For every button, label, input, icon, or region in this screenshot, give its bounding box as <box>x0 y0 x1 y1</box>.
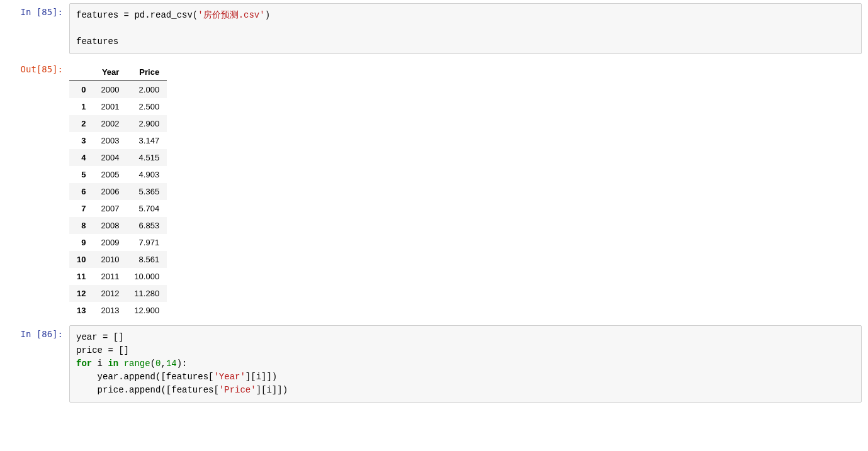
cell-year: 2002 <box>93 115 127 132</box>
cell-price: 12.900 <box>127 302 167 319</box>
table-header-year: Year <box>93 64 127 81</box>
code-fragment: ) <box>265 10 270 20</box>
code-area[interactable]: features = pd.read_csv('房价预测.csv') featu… <box>69 3 862 54</box>
table-header-index <box>69 64 93 81</box>
table-row: 020002.000 <box>69 81 167 99</box>
cell-year: 2012 <box>93 285 127 302</box>
cell-price: 3.147 <box>127 132 167 149</box>
cell-price: 2.900 <box>127 115 167 132</box>
code-fragment: , <box>161 359 166 369</box>
dataframe-table: Year Price 020002.000120012.500220022.90… <box>69 64 167 319</box>
cell-price: 4.903 <box>127 166 167 183</box>
cell-price: 10.000 <box>127 268 167 285</box>
cell-year: 2008 <box>93 217 127 234</box>
table-row: 220022.900 <box>69 115 167 132</box>
code-string: '房价预测.csv' <box>198 10 264 20</box>
code-fragment: ): <box>177 359 188 369</box>
row-index: 3 <box>69 132 93 149</box>
table-row: 12201211.280 <box>69 285 167 302</box>
cell-price: 5.365 <box>127 183 167 200</box>
table-row: 720075.704 <box>69 200 167 217</box>
output-cell-85: Out[85]: Year Price 020002.000120012.500… <box>0 57 868 322</box>
cell-year: 2004 <box>93 149 127 166</box>
table-row: 13201312.900 <box>69 302 167 319</box>
cell-price: 2.500 <box>127 98 167 115</box>
cell-price: 11.280 <box>127 285 167 302</box>
table-row: 920097.971 <box>69 234 167 251</box>
code-fragment: i <box>92 359 108 369</box>
row-index: 4 <box>69 149 93 166</box>
input-prompt: In [85]: <box>6 3 69 17</box>
code-fragment: ][i]]) <box>245 372 277 382</box>
input-cell-86: In [86]: year = [] price = [] for i in r… <box>0 322 868 406</box>
table-header-row: Year Price <box>69 64 167 81</box>
cell-year: 2009 <box>93 234 127 251</box>
row-index: 7 <box>69 200 93 217</box>
row-index: 10 <box>69 251 93 268</box>
cell-price: 2.000 <box>127 81 167 99</box>
cell-price: 5.704 <box>127 200 167 217</box>
row-index: 5 <box>69 166 93 183</box>
table-row: 420044.515 <box>69 149 167 166</box>
row-index: 0 <box>69 81 93 99</box>
row-index: 11 <box>69 268 93 285</box>
cell-price: 8.561 <box>127 251 167 268</box>
code-keyword: in <box>108 359 118 369</box>
code-fragment: features <box>76 36 118 47</box>
table-row: 11201110.000 <box>69 268 167 285</box>
code-fragment: ( <box>150 359 155 369</box>
cell-year: 2000 <box>93 81 127 99</box>
table-row: 620065.365 <box>69 183 167 200</box>
row-index: 6 <box>69 183 93 200</box>
row-index: 2 <box>69 115 93 132</box>
table-row: 1020108.561 <box>69 251 167 268</box>
code-fragment: year.append([features[ <box>76 372 213 382</box>
code-fragment: features = pd.read_csv( <box>76 10 198 20</box>
code-number: 14 <box>166 359 177 369</box>
code-fragment: year = [] <box>76 332 124 342</box>
code-fragment <box>118 359 123 369</box>
cell-year: 2005 <box>93 166 127 183</box>
cell-year: 2013 <box>93 302 127 319</box>
code-string: 'Price' <box>219 385 256 395</box>
code-box[interactable]: year = [] price = [] for i in range(0,14… <box>69 325 862 403</box>
row-index: 8 <box>69 217 93 234</box>
row-index: 9 <box>69 234 93 251</box>
row-index: 12 <box>69 285 93 302</box>
cell-year: 2003 <box>93 132 127 149</box>
cell-price: 6.853 <box>127 217 167 234</box>
cell-year: 2007 <box>93 200 127 217</box>
input-cell-85: In [85]: features = pd.read_csv('房价预测.cs… <box>0 0 868 57</box>
row-index: 1 <box>69 98 93 115</box>
cell-price: 4.515 <box>127 149 167 166</box>
cell-price: 7.971 <box>127 234 167 251</box>
table-row: 120012.500 <box>69 98 167 115</box>
code-string: 'Year' <box>213 372 245 382</box>
code-fragment: price = [] <box>76 345 129 355</box>
code-fragment: price.append([features[ <box>76 385 219 395</box>
code-fragment: ][i]]) <box>256 385 288 395</box>
cell-year: 2001 <box>93 98 127 115</box>
table-row: 520054.903 <box>69 166 167 183</box>
table-header-price: Price <box>127 64 167 81</box>
cell-year: 2006 <box>93 183 127 200</box>
code-keyword: for <box>76 359 92 369</box>
cell-year: 2010 <box>93 251 127 268</box>
code-box[interactable]: features = pd.read_csv('房价预测.csv') featu… <box>69 3 862 54</box>
dataframe-output: Year Price 020002.000120012.500220022.90… <box>69 60 862 319</box>
code-area[interactable]: year = [] price = [] for i in range(0,14… <box>69 325 862 403</box>
cell-year: 2011 <box>93 268 127 285</box>
table-row: 820086.853 <box>69 217 167 234</box>
row-index: 13 <box>69 302 93 319</box>
input-prompt: In [86]: <box>6 325 69 339</box>
code-builtin: range <box>124 359 150 369</box>
table-row: 320033.147 <box>69 132 167 149</box>
output-prompt: Out[85]: <box>6 60 69 74</box>
